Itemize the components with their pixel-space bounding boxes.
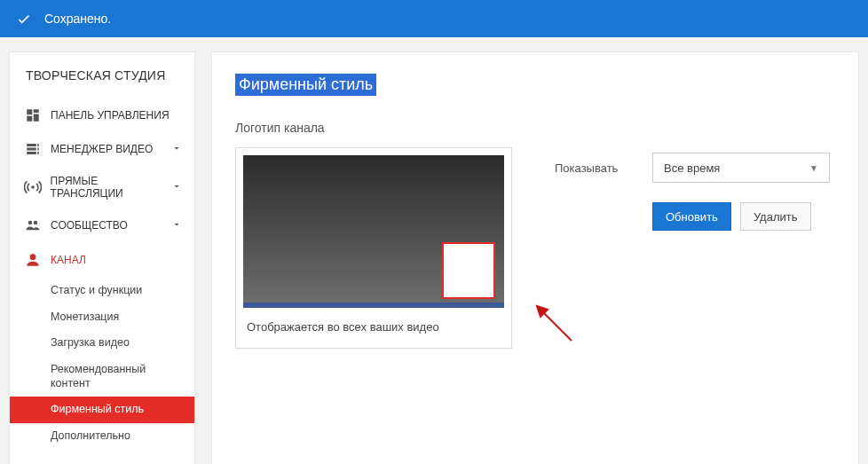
sidebar-item-dashboard[interactable]: ПАНЕЛЬ УПРАВЛЕНИЯ [10,98,194,132]
studio-title: ТВОРЧЕСКАЯ СТУДИЯ [10,65,194,98]
video-manager-icon [22,141,43,157]
svg-point-8 [34,221,38,225]
sub-item-status[interactable]: Статус и функции [51,278,194,304]
sidebar-item-live[interactable]: ПРЯМЫЕ ТРАНСЛЯЦИИ [10,166,194,208]
sidebar-item-community[interactable]: СООБЩЕСТВО [10,208,194,242]
section-heading: Логотип канала [235,121,835,135]
page-title: Фирменный стиль [235,74,376,96]
svg-point-9 [30,254,36,260]
video-progress-bar [243,303,504,308]
sub-item-upload[interactable]: Загрузка видео [51,330,194,357]
logo-preview-card: Отображается во всех ваших видео [235,147,512,349]
svg-point-7 [28,221,33,225]
branding-controls: Показывать Все время ▼ Обновить Удалить [555,147,830,349]
svg-rect-1 [27,148,36,151]
sidebar-item-label: СООБЩЕСТВО [51,219,128,232]
check-icon [16,11,32,27]
chevron-down-icon [171,219,182,232]
sidebar-item-label: ПРЯМЫЕ ТРАНСЛЯЦИИ [51,175,171,200]
svg-rect-4 [37,148,39,151]
logo-overlay-slot[interactable] [442,242,495,299]
chevron-down-icon [171,181,182,194]
content-panel: Фирменный стиль Логотип канала Отображае… [211,51,859,464]
show-select-value: Все время [664,161,720,175]
sub-item-monetization[interactable]: Монетизация [51,304,194,331]
svg-rect-2 [27,152,36,154]
sidebar-item-label: КАНАЛ [51,254,86,266]
sidebar-item-channel[interactable]: КАНАЛ [10,242,194,278]
live-icon [22,178,43,196]
video-preview [243,155,504,308]
sidebar-item-label: ПАНЕЛЬ УПРАВЛЕНИЯ [51,109,170,122]
sub-item-branding[interactable]: Фирменный стиль [10,397,194,423]
svg-rect-3 [37,144,39,146]
community-icon [22,217,43,233]
svg-rect-0 [27,144,36,146]
chevron-down-icon: ▼ [809,163,818,173]
channel-icon [22,251,43,269]
svg-rect-5 [37,152,39,154]
channel-submenu: Статус и функции Монетизация Загрузка ви… [10,278,194,449]
update-button[interactable]: Обновить [652,202,731,231]
banner-text: Сохранено. [44,12,111,26]
dashboard-icon [22,107,43,123]
save-banner: Сохранено. [0,0,868,37]
show-label: Показывать [555,161,652,175]
delete-button[interactable]: Удалить [740,202,811,231]
svg-point-6 [31,185,35,189]
chevron-down-icon [171,143,182,156]
sidebar-item-video-manager[interactable]: МЕНЕДЖЕР ВИДЕО [10,132,194,166]
sidebar-item-label: МЕНЕДЖЕР ВИДЕО [51,143,153,155]
sidebar: ТВОРЧЕСКАЯ СТУДИЯ ПАНЕЛЬ УПРАВЛЕНИЯ МЕНЕ… [9,51,195,464]
show-select[interactable]: Все время ▼ [652,153,830,183]
preview-caption: Отображается во всех ваших видео [236,308,511,348]
sub-item-advanced[interactable]: Дополнительно [51,423,194,450]
sub-item-featured[interactable]: Рекомендованный контент [51,357,194,397]
